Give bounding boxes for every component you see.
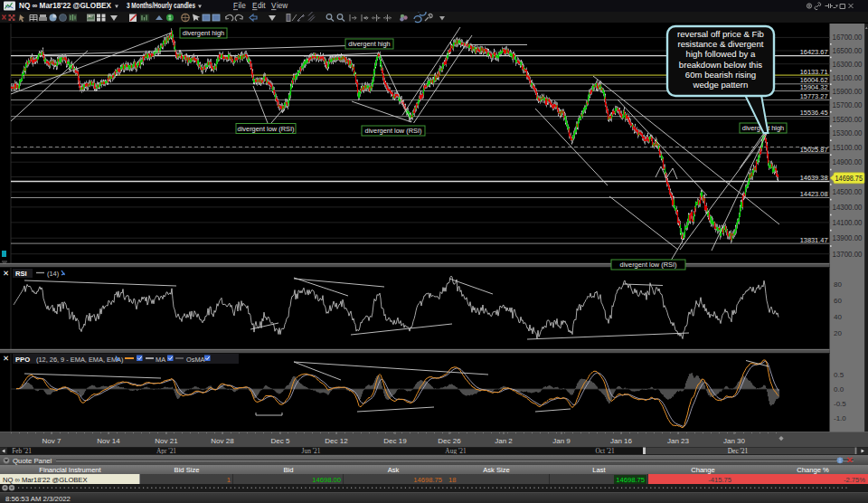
svg-text:PPO: PPO xyxy=(15,356,30,364)
svg-text:3 Months/Hourly candles: 3 Months/Hourly candles xyxy=(127,1,195,10)
svg-text:13700.00: 13700.00 xyxy=(833,251,863,259)
svg-text:Dec '21: Dec '21 xyxy=(728,447,749,454)
svg-text:Nov 14: Nov 14 xyxy=(97,437,120,445)
svg-text:15025.87: 15025.87 xyxy=(800,146,828,154)
svg-text:Nov 7: Nov 7 xyxy=(42,437,61,445)
svg-text:80: 80 xyxy=(834,280,842,289)
svg-text:divergent low (RSI): divergent low (RSI) xyxy=(620,261,677,269)
svg-text:Jan 2: Jan 2 xyxy=(495,437,513,445)
svg-text:15700.00: 15700.00 xyxy=(833,101,863,109)
svg-text:15500.00: 15500.00 xyxy=(833,116,863,124)
svg-text:✕: ✕ xyxy=(3,354,9,363)
svg-text:0.5: 0.5 xyxy=(834,371,844,379)
svg-text:14639.38: 14639.38 xyxy=(800,174,828,182)
svg-text:Feb '21: Feb '21 xyxy=(12,447,32,454)
svg-text:16300.00: 16300.00 xyxy=(833,61,863,69)
svg-text:40: 40 xyxy=(834,313,842,321)
svg-text:resistance & divergent: resistance & divergent xyxy=(678,39,764,49)
svg-text:16133.71: 16133.71 xyxy=(800,68,828,76)
svg-text:dit: dit xyxy=(258,2,266,10)
svg-text:breakdown below this: breakdown below this xyxy=(679,60,762,70)
svg-text:F: F xyxy=(233,2,238,10)
svg-text:-1.0: -1.0 xyxy=(834,414,846,422)
svg-text:high followed by a: high followed by a xyxy=(686,49,756,59)
svg-text:Oct '21: Oct '21 xyxy=(595,447,615,454)
svg-text:divergent high: divergent high xyxy=(348,40,390,48)
svg-text:Aug '21: Aug '21 xyxy=(445,447,467,454)
svg-text:(12, 26, 9 - EMA, EMA, EMA): (12, 26, 9 - EMA, EMA, EMA) xyxy=(36,356,124,364)
svg-text:15900.00: 15900.00 xyxy=(833,88,863,96)
svg-text:Jun '21: Jun '21 xyxy=(302,447,321,454)
svg-text:Dec 19: Dec 19 xyxy=(383,437,407,445)
svg-text:14423.08: 14423.08 xyxy=(800,190,828,198)
svg-text:MA: MA xyxy=(156,356,165,364)
svg-text:15100.00: 15100.00 xyxy=(833,144,863,152)
svg-text:13831.47: 13831.47 xyxy=(800,236,828,244)
svg-text:14100.00: 14100.00 xyxy=(833,219,863,227)
svg-text:15300.00: 15300.00 xyxy=(833,129,863,138)
svg-text:Jan 30: Jan 30 xyxy=(723,437,746,445)
svg-text:14698.75: 14698.75 xyxy=(835,175,863,183)
svg-text:Nov 21: Nov 21 xyxy=(155,437,178,445)
svg-text:16423.67: 16423.67 xyxy=(800,48,828,56)
svg-text:reversal off price & Fib: reversal off price & Fib xyxy=(677,29,764,39)
svg-text:14900.00: 14900.00 xyxy=(833,158,863,166)
svg-text:Jan 16: Jan 16 xyxy=(610,437,633,445)
svg-text:Dec 26: Dec 26 xyxy=(438,437,461,445)
svg-text:Dec 12: Dec 12 xyxy=(325,437,348,445)
svg-text:14500.00: 14500.00 xyxy=(833,188,863,196)
svg-text:16500.00: 16500.00 xyxy=(833,47,863,55)
svg-text:iew: iew xyxy=(277,2,288,10)
svg-text:20: 20 xyxy=(834,329,842,337)
svg-text:Jan 23: Jan 23 xyxy=(667,437,690,445)
svg-text:divergent high: divergent high xyxy=(183,29,224,37)
svg-text:ile: ile xyxy=(239,2,247,10)
svg-text:wedge pattern: wedge pattern xyxy=(693,80,749,90)
svg-text:Nov 28: Nov 28 xyxy=(211,437,234,445)
svg-text:16700.00: 16700.00 xyxy=(833,33,863,42)
svg-text:15773.27: 15773.27 xyxy=(800,92,828,100)
svg-text:(14): (14) xyxy=(47,270,59,278)
svg-text:✕: ✕ xyxy=(3,269,9,278)
svg-text:15536.45: 15536.45 xyxy=(800,109,828,117)
svg-text:divergent low (RSI): divergent low (RSI) xyxy=(238,125,295,133)
svg-text:15904.32: 15904.32 xyxy=(800,83,828,91)
svg-text:0.0: 0.0 xyxy=(834,385,844,394)
svg-text:13900.00: 13900.00 xyxy=(833,234,863,242)
svg-text:16100.00: 16100.00 xyxy=(833,74,863,82)
svg-text:14300.00: 14300.00 xyxy=(833,204,863,212)
svg-text:Quote Panel: Quote Panel xyxy=(13,457,52,465)
svg-text:divergent low (RSI): divergent low (RSI) xyxy=(365,127,422,135)
svg-text:60: 60 xyxy=(834,297,842,305)
svg-text:NQ ∞ Mar18'22 @GLOBEX: NQ ∞ Mar18'22 @GLOBEX xyxy=(19,1,111,10)
svg-text:Apr '21: Apr '21 xyxy=(156,447,176,454)
svg-text:RSI: RSI xyxy=(15,270,27,278)
svg-text:-0.5: -0.5 xyxy=(834,400,846,408)
svg-text:OsMA: OsMA xyxy=(186,356,205,364)
svg-text:Dec 5: Dec 5 xyxy=(271,437,290,445)
svg-text:60m bearish rising: 60m bearish rising xyxy=(685,70,756,80)
svg-text:Jan 9: Jan 9 xyxy=(552,437,571,445)
